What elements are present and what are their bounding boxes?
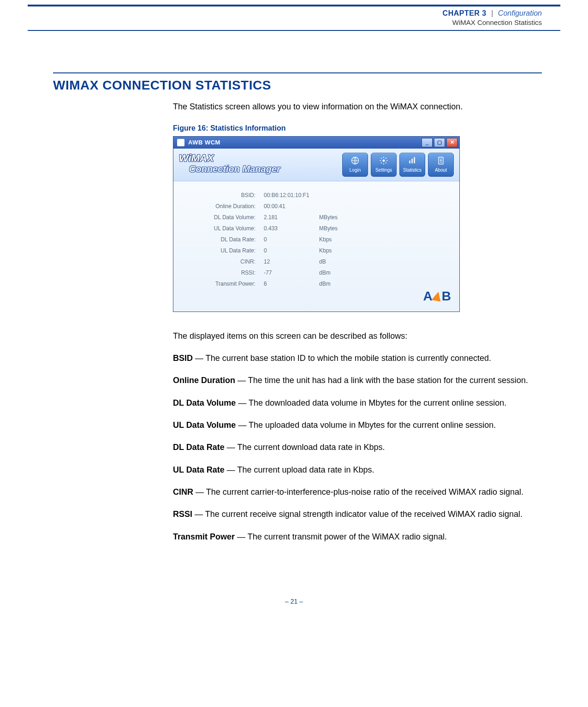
breadcrumb-separator: |: [491, 9, 493, 17]
stat-value: -77: [264, 269, 319, 276]
stats-panel: BSID:00:B6:12:01:10:F1Online Duration:00…: [173, 181, 459, 312]
stat-unit: Kbps: [319, 247, 356, 254]
definition-term: DL Data Rate: [173, 443, 225, 452]
svg-rect-4: [414, 157, 415, 163]
intro-paragraph: The Statistics screen allows you to view…: [173, 101, 542, 112]
stat-unit: Kbps: [319, 236, 356, 243]
definition-item: CINR — The current carrier-to-interferen…: [173, 486, 542, 497]
stat-value: 00:B6:12:01:10:F1: [264, 192, 319, 199]
page-footer: – 21 –: [0, 598, 588, 605]
logo-triangle-icon: [431, 291, 443, 302]
definition-item: DL Data Rate — The current download data…: [173, 442, 542, 453]
tab-about[interactable]: About: [428, 153, 454, 177]
nav-tabs: Login Settings Statistics About: [342, 153, 454, 177]
doc-icon: [436, 156, 445, 165]
definition-item: Transmit Power — The current transmit po…: [173, 531, 542, 542]
brand-line2: Connection Manager: [189, 163, 335, 175]
definition-term: RSSI: [173, 509, 192, 519]
stat-unit: dBm: [319, 280, 356, 288]
globe-icon: [350, 156, 360, 165]
svg-rect-3: [411, 159, 413, 163]
stat-label: DL Data Volume:: [182, 214, 264, 221]
stat-row: BSID:00:B6:12:01:10:F1: [182, 190, 451, 201]
stat-label: UL Data Rate:: [182, 247, 264, 254]
stat-unit: dB: [319, 258, 356, 265]
stat-value: 0: [264, 236, 319, 243]
stat-row: RSSI:-77dBm: [182, 267, 451, 278]
tab-login[interactable]: Login: [342, 153, 368, 177]
definition-text: — The current base station ID to which t…: [193, 354, 491, 363]
definition-item: BSID — The current base station ID to wh…: [173, 353, 542, 364]
definition-text: — The current upload data rate in Kbps.: [225, 465, 374, 474]
definition-term: DL Data Volume: [173, 398, 236, 407]
stat-row: CINR:12dB: [182, 256, 451, 267]
desc-intro: The displayed items on this screen can b…: [173, 330, 542, 342]
tab-login-label: Login: [350, 167, 361, 174]
stat-value: 0.433: [264, 225, 319, 232]
stat-row: DL Data Rate:0Kbps: [182, 234, 451, 245]
stat-row: Online Duration:00:00:41: [182, 201, 451, 212]
definition-text: — The current download data rate in Kbps…: [225, 443, 385, 452]
definition-text: — The downloaded data volume in Mbytes f…: [236, 398, 506, 407]
definition-term: Online Duration: [173, 376, 235, 385]
definition-term: CINR: [173, 487, 193, 497]
definition-term: UL Data Rate: [173, 465, 225, 474]
maximize-button[interactable]: ▢: [434, 138, 445, 147]
definition-term: BSID: [173, 354, 193, 363]
stat-label: BSID:: [182, 192, 264, 199]
header-subtitle: WiMAX Connection Statistics: [0, 18, 542, 26]
minimize-button[interactable]: ‗: [422, 138, 433, 147]
definition-item: RSSI — The current receive signal streng…: [173, 509, 542, 520]
stat-value: 12: [264, 258, 319, 265]
tab-settings[interactable]: Settings: [371, 153, 397, 177]
logo-letter-a: A: [423, 288, 433, 305]
stat-label: DL Data Rate:: [182, 236, 264, 243]
gear-icon: [379, 156, 388, 165]
tab-about-label: About: [435, 167, 447, 174]
tab-statistics[interactable]: Statistics: [399, 153, 425, 177]
stat-value: 00:00:41: [264, 203, 319, 210]
header-underline: [28, 30, 560, 31]
top-rule: [28, 5, 560, 6]
stat-label: Online Duration:: [182, 203, 264, 210]
definition-item: UL Data Volume — The uploaded data volum…: [173, 419, 542, 431]
stat-value: 2.181: [264, 214, 319, 221]
svg-rect-2: [409, 161, 410, 163]
stat-label: CINR:: [182, 258, 264, 265]
logo-letter-b: B: [442, 288, 451, 305]
tab-statistics-label: Statistics: [403, 167, 422, 174]
stat-row: DL Data Volume:2.181MBytes: [182, 212, 451, 223]
stat-label: UL Data Volume:: [182, 225, 264, 232]
stat-label: RSSI:: [182, 269, 264, 276]
close-button[interactable]: ✕: [446, 138, 457, 147]
stat-unit: MBytes: [319, 214, 356, 221]
brand-block: WiMAX Connection Manager: [179, 154, 335, 175]
definition-text: — The uploaded data volume in Mbytes for…: [236, 420, 496, 430]
toolbar: WiMAX Connection Manager Login Settings: [173, 149, 459, 181]
stats-icon: [408, 156, 417, 165]
stat-row: Transmit Power:6dBm: [182, 278, 451, 289]
brand-line1: WiMAX: [179, 154, 335, 163]
window-title: AWB WCM: [188, 138, 422, 147]
definition-text: — The current carrier-to-interference-pl…: [193, 487, 523, 497]
stat-label: Transmit Power:: [182, 280, 264, 288]
titlebar: AWB WCM ‗ ▢ ✕: [173, 137, 459, 149]
definition-term: UL Data Volume: [173, 420, 236, 430]
page-header: CHAPTER 3 | Configuration WiMAX Connecti…: [0, 9, 542, 26]
definition-term: Transmit Power: [173, 532, 235, 541]
figure-caption: Figure 16: Statistics Information: [173, 123, 542, 133]
statistics-window: AWB WCM ‗ ▢ ✕ WiMAX Connection Manager: [173, 136, 460, 312]
section-title: WIMAX CONNECTION STATISTICS: [53, 78, 542, 93]
definition-item: DL Data Volume — The downloaded data vol…: [173, 397, 542, 408]
breadcrumb-trail: Configuration: [498, 9, 542, 17]
definition-item: Online Duration — The time the unit has …: [173, 375, 542, 386]
stat-value: 0: [264, 247, 319, 254]
definition-text: — The time the unit has had a link with …: [235, 376, 528, 385]
chapter-label: CHAPTER 3: [443, 9, 487, 17]
stat-unit: dBm: [319, 269, 356, 276]
stat-unit: MBytes: [319, 225, 356, 232]
svg-point-1: [383, 160, 385, 162]
section-rule: [53, 72, 542, 73]
definition-text: — The current receive signal strength in…: [192, 509, 523, 519]
definition-item: UL Data Rate — The current upload data r…: [173, 464, 542, 475]
